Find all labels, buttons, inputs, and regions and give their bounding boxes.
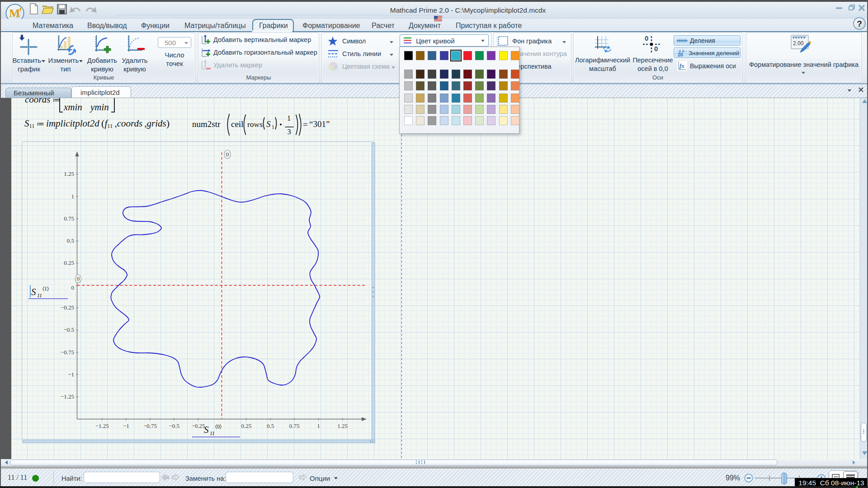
svg-text:−0.75: −0.75 (143, 422, 157, 429)
svg-text:−0.25: −0.25 (191, 422, 205, 429)
svg-text:−0.75: −0.75 (61, 349, 74, 356)
svg-text:11: 11 (210, 430, 215, 436)
svg-text:fx: fx (679, 62, 684, 69)
svg-text:−0.25: −0.25 (61, 304, 74, 311)
svg-text:11: 11 (37, 292, 42, 299)
svg-text:20: 20 (678, 52, 683, 57)
svg-text:1: 1 (317, 422, 320, 429)
svg-text:0: 0 (654, 45, 658, 52)
svg-text:0: 0 (226, 151, 229, 158)
svg-text:ceil: ceil (231, 119, 243, 129)
svg-text:−1: −1 (68, 371, 74, 378)
svg-text:S: S (266, 119, 271, 129)
svg-text:0: 0 (71, 284, 75, 291)
svg-text:num2str: num2str (192, 119, 221, 129)
svg-text:1.25: 1.25 (64, 170, 74, 177)
svg-text:“301”: “301” (309, 119, 330, 129)
svg-text:0.5: 0.5 (67, 237, 74, 244)
svg-text:0.25: 0.25 (241, 422, 251, 429)
svg-text:0.25: 0.25 (64, 259, 74, 266)
svg-text:0.5: 0.5 (267, 422, 274, 429)
svg-text:1: 1 (272, 124, 274, 130)
svg-text:rows: rows (247, 120, 263, 129)
svg-text:−0.5: −0.5 (63, 326, 74, 333)
svg-text:1: 1 (71, 193, 75, 200)
svg-text:1.25: 1.25 (337, 422, 348, 429)
svg-text:0.75: 0.75 (289, 422, 300, 429)
svg-text:−1: −1 (123, 422, 129, 429)
svg-text:0: 0 (77, 275, 80, 282)
svg-text:S: S (204, 424, 209, 435)
svg-text:2.00: 2.00 (793, 40, 804, 47)
svg-text:〈1〉: 〈1〉 (42, 286, 49, 292)
svg-text:=: = (303, 120, 308, 129)
svg-text:−0.5: −0.5 (169, 422, 179, 429)
svg-text:1: 1 (287, 114, 291, 122)
svg-text:〈0〉: 〈0〉 (215, 423, 222, 430)
svg-text:M: M (9, 7, 20, 20)
svg-text:0: 0 (645, 35, 648, 42)
svg-text:3: 3 (288, 127, 291, 136)
svg-text:−1.25: −1.25 (95, 422, 109, 429)
svg-text:?: ? (857, 19, 862, 28)
svg-text:0.75: 0.75 (64, 215, 74, 222)
svg-text:−1.25: −1.25 (61, 393, 74, 400)
svg-text:S: S (31, 286, 36, 297)
